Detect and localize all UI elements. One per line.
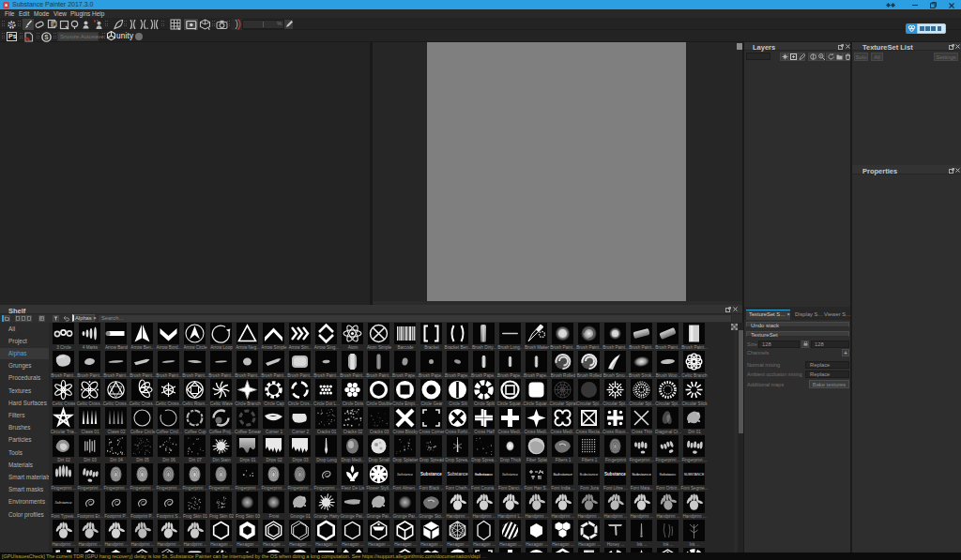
svg-text:Substance: Substance — [55, 500, 72, 505]
svg-text:Substance: Substance — [553, 472, 572, 477]
svg-text:Substance: Substance — [447, 472, 468, 477]
svg-text:Substance: Substance — [660, 472, 677, 477]
svg-text:SUBSTANCE: SUBSTANCE — [684, 473, 705, 477]
svg-text:Substance: Substance — [397, 472, 413, 477]
svg-text:Substance: Substance — [420, 472, 442, 477]
svg-text:S: S — [9, 22, 14, 28]
svg-text:Substance: Substance — [475, 472, 494, 477]
svg-text:S: S — [44, 34, 49, 40]
svg-text:Substance: Substance — [632, 472, 651, 477]
svg-text:Substance: Substance — [604, 472, 626, 477]
svg-text:Substance: Substance — [502, 472, 518, 477]
svg-text:Substance: Substance — [580, 472, 599, 477]
svg-text:P: P — [52, 22, 54, 26]
